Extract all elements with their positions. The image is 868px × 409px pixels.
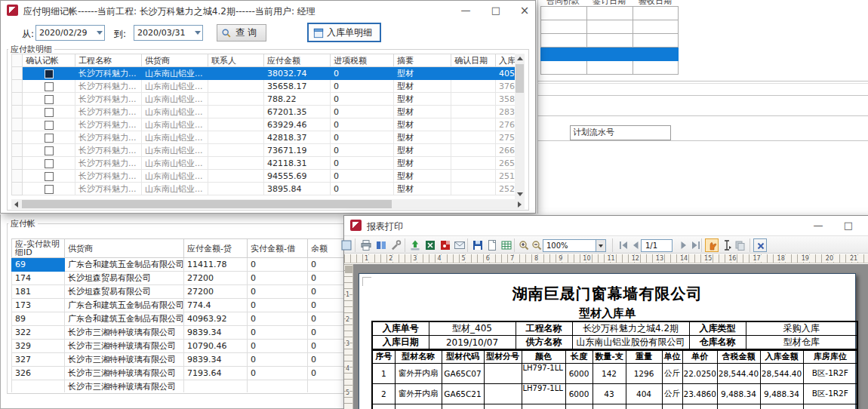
summary-cell[interactable]: 型材: [394, 93, 451, 106]
payable-cell[interactable]: 0: [308, 367, 349, 380]
column-header[interactable]: 确认日期: [451, 54, 496, 67]
confirm_date-cell[interactable]: [451, 183, 496, 195]
table-row[interactable]: 174长沙坦森贸易有限公司2720000: [12, 272, 349, 285]
payable-cell[interactable]: 0: [308, 299, 349, 312]
payable-cell[interactable]: 329: [12, 340, 65, 353]
supplier-cell[interactable]: 山东南山铝业...: [142, 118, 208, 131]
save-icon[interactable]: [471, 238, 485, 252]
copy-icon[interactable]: [733, 238, 746, 252]
checkbox-cell[interactable]: [23, 170, 75, 183]
title-bar[interactable]: 应付明细记帐------当前工程: 长沙万科魅力之城4.2期------当前用户…: [1, 1, 535, 20]
payable-cell[interactable]: 0: [308, 272, 349, 285]
confirm_date-cell[interactable]: [451, 93, 496, 106]
tax-cell[interactable]: 0: [331, 80, 394, 93]
payable-cell[interactable]: 0: [308, 326, 349, 340]
summary-cell[interactable]: 型材: [394, 118, 451, 131]
checkbox-cell[interactable]: [23, 106, 75, 118]
supplier-cell[interactable]: 山东南山铝业...: [142, 106, 208, 118]
table-row[interactable]: 89广东合和建筑五金制品有限公司40963.9200: [12, 312, 349, 326]
chevron-down-icon[interactable]: [596, 240, 605, 251]
payable-cell[interactable]: 广东合和建筑五金制品有限公司: [65, 299, 184, 312]
payable-cell[interactable]: 长沙坦森贸易有限公司: [65, 272, 184, 285]
payable-cell[interactable]: 长沙市三湘特种玻璃有限公司: [65, 340, 184, 353]
checkbox-cell[interactable]: [23, 118, 75, 131]
column-header[interactable]: 工程名称: [75, 54, 142, 67]
column-header[interactable]: 入库: [496, 54, 516, 67]
confirm-checkbox[interactable]: [45, 69, 54, 78]
table-row[interactable]: 长沙万科魅力...山东南山铝业...38032.740型材405: [12, 67, 516, 80]
confirm_date-cell[interactable]: [451, 170, 496, 183]
print-icon[interactable]: [359, 238, 373, 252]
payable-cell[interactable]: 长沙市三湘特种玻璃有限公司: [65, 380, 184, 393]
tax-cell[interactable]: 0: [331, 93, 394, 106]
summary-cell[interactable]: 型材: [394, 106, 451, 118]
payable-cell[interactable]: 0: [248, 326, 308, 340]
payable-cell[interactable]: 327: [12, 353, 65, 367]
summary-cell[interactable]: 型材: [394, 144, 451, 157]
table-row[interactable]: [541, 34, 679, 48]
table-row[interactable]: 长沙万科魅力...山东南山铝业...94555.690型材251: [12, 170, 516, 183]
confirm_date-cell[interactable]: [451, 80, 496, 93]
table-row[interactable]: [541, 7, 679, 20]
checkbox-cell[interactable]: [23, 157, 75, 170]
payable-cell[interactable]: 0: [308, 285, 349, 299]
column-header[interactable]: 供货商: [65, 239, 184, 258]
project-cell[interactable]: 长沙万科魅力...: [75, 118, 142, 131]
book-icon[interactable]: [374, 238, 388, 252]
supplier-cell[interactable]: 山东南山铝业...: [142, 183, 208, 195]
inbound-detail-button[interactable]: 入库单明细: [307, 23, 381, 42]
amount-cell[interactable]: 42818.37: [264, 131, 331, 144]
payable-cell[interactable]: 长沙市三湘特种玻璃有限公司: [65, 326, 184, 340]
payable-cell[interactable]: 322: [12, 326, 65, 340]
table-view-icon[interactable]: [500, 238, 513, 252]
inbound-cell[interactable]: 275: [496, 131, 516, 144]
confirm-checkbox[interactable]: [45, 82, 54, 91]
payable-cell[interactable]: [184, 380, 248, 393]
payable-cell[interactable]: 0: [308, 312, 349, 326]
payable-cell[interactable]: 长沙市三湘特种玻璃有限公司: [65, 353, 184, 367]
contact-cell[interactable]: [208, 67, 264, 80]
scrollbar-thumb[interactable]: [516, 64, 524, 93]
table-row[interactable]: 长沙万科魅力...山东南山铝业...788.220型材358: [12, 93, 516, 106]
payable-cell[interactable]: [248, 380, 308, 393]
supplier-cell[interactable]: 山东南山铝业...: [142, 131, 208, 144]
column-header[interactable]: 摘要: [394, 54, 451, 67]
excel-export-icon[interactable]: [423, 238, 437, 252]
summary-cell[interactable]: 型材: [394, 131, 451, 144]
payable-cell[interactable]: [308, 380, 349, 393]
table-row[interactable]: [541, 61, 679, 75]
project-cell[interactable]: 长沙万科魅力...: [75, 80, 142, 93]
payable-cell[interactable]: 广东合和建筑五金制品有限公司: [65, 258, 184, 272]
maximize-button[interactable]: □: [836, 216, 860, 235]
column-header[interactable]: 应-实付款明细ID: [12, 239, 65, 258]
checkbox-cell[interactable]: [23, 80, 75, 93]
payable-cell[interactable]: 0: [248, 340, 308, 353]
amount-cell[interactable]: 788.22: [264, 93, 331, 106]
summary-cell[interactable]: 型材: [394, 80, 451, 93]
tax-cell[interactable]: 0: [331, 144, 394, 157]
summary-cell[interactable]: 型材: [394, 67, 451, 80]
column-header[interactable]: 联系人: [208, 54, 264, 67]
table-row[interactable]: 长沙万科魅力...山东南山铝业...73671.190型材266: [12, 144, 516, 157]
payable-cell[interactable]: 181: [12, 285, 65, 299]
minimize-button[interactable]: —: [454, 1, 478, 20]
contact-cell[interactable]: [208, 144, 264, 157]
amount-cell[interactable]: 67201.35: [264, 106, 331, 118]
chevron-down-icon[interactable]: [97, 31, 103, 35]
column-header[interactable]: 进项税额: [331, 54, 394, 67]
confirm_date-cell[interactable]: [451, 67, 496, 80]
payable-cell[interactable]: 9839.34: [184, 326, 248, 340]
table-row[interactable]: [541, 48, 679, 61]
export-icon[interactable]: [408, 238, 422, 252]
vertical-scrollbar[interactable]: [515, 54, 525, 199]
page-setup-icon[interactable]: [485, 238, 499, 252]
amount-cell[interactable]: 63929.46: [264, 118, 331, 131]
table-row[interactable]: 329长沙市三湘特种玻璃有限公司10790.4600: [12, 340, 349, 353]
confirm-checkbox[interactable]: [45, 134, 54, 143]
confirm-checkbox[interactable]: [45, 121, 54, 130]
contact-cell[interactable]: [208, 131, 264, 144]
horizontal-scrollbar[interactable]: [11, 199, 525, 209]
table-row[interactable]: 181长沙坦森贸易有限公司2720000: [12, 285, 349, 299]
supplier-cell[interactable]: 山东南山铝业...: [142, 93, 208, 106]
page-number-box[interactable]: 1/1: [641, 239, 673, 252]
